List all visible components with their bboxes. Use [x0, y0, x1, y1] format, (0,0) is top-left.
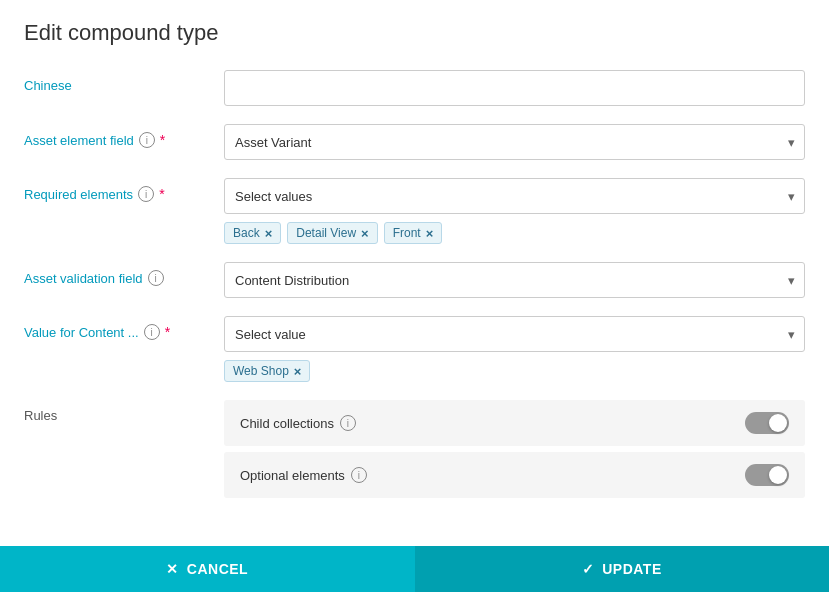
- asset-validation-select-wrapper: Content Distribution: [224, 262, 805, 298]
- page-title: Edit compound type: [24, 20, 805, 46]
- child-collections-toggle[interactable]: [745, 412, 789, 434]
- required-elements-select-wrapper: Select values: [224, 178, 805, 214]
- value-for-content-required: *: [165, 324, 170, 340]
- asset-element-label: Asset element field i *: [24, 124, 224, 148]
- rules-label: Rules: [24, 400, 224, 423]
- required-elements-tags: Back × Detail View × Front ×: [224, 222, 805, 244]
- asset-validation-info-icon[interactable]: i: [148, 270, 164, 286]
- child-collections-toggle-track: [745, 412, 789, 434]
- required-elements-select[interactable]: Select values: [224, 178, 805, 214]
- tag-web-shop-label: Web Shop: [233, 364, 289, 378]
- tag-front-label: Front: [393, 226, 421, 240]
- child-collections-rule: Child collections i: [224, 400, 805, 446]
- update-icon: ✓: [582, 561, 595, 577]
- chinese-input[interactable]: [224, 70, 805, 106]
- asset-element-row: Asset element field i * Asset Variant: [24, 124, 805, 160]
- optional-elements-toggle-track: [745, 464, 789, 486]
- child-collections-label: Child collections: [240, 416, 334, 431]
- asset-element-info-icon[interactable]: i: [139, 132, 155, 148]
- child-collections-toggle-thumb: [769, 414, 787, 432]
- value-for-content-select[interactable]: Select value: [224, 316, 805, 352]
- cancel-icon: ✕: [166, 561, 179, 577]
- tag-detail-view-remove[interactable]: ×: [361, 227, 369, 240]
- asset-element-select[interactable]: Asset Variant: [224, 124, 805, 160]
- optional-elements-rule: Optional elements i: [224, 452, 805, 498]
- asset-element-control: Asset Variant: [224, 124, 805, 160]
- chinese-control: [224, 70, 805, 106]
- tag-front-remove[interactable]: ×: [426, 227, 434, 240]
- content-area: Edit compound type Chinese Asset element…: [0, 0, 829, 546]
- asset-element-required: *: [160, 132, 165, 148]
- page-container: Edit compound type Chinese Asset element…: [0, 0, 829, 592]
- required-elements-control: Select values Back × Detail View × Front…: [224, 178, 805, 244]
- optional-elements-info-icon[interactable]: i: [351, 467, 367, 483]
- required-elements-row: Required elements i * Select values Back…: [24, 178, 805, 244]
- required-elements-label: Required elements i *: [24, 178, 224, 202]
- asset-validation-select[interactable]: Content Distribution: [224, 262, 805, 298]
- tag-back-label: Back: [233, 226, 260, 240]
- required-elements-required: *: [159, 186, 164, 202]
- rules-control: Child collections i Optional elements i: [224, 400, 805, 504]
- asset-validation-control: Content Distribution: [224, 262, 805, 298]
- update-label: UPDATE: [602, 561, 662, 577]
- tag-back: Back ×: [224, 222, 281, 244]
- tag-web-shop: Web Shop ×: [224, 360, 310, 382]
- value-for-content-tags: Web Shop ×: [224, 360, 805, 382]
- value-for-content-control: Select value Web Shop ×: [224, 316, 805, 382]
- optional-elements-left: Optional elements i: [240, 467, 367, 483]
- asset-element-select-wrapper: Asset Variant: [224, 124, 805, 160]
- tag-back-remove[interactable]: ×: [265, 227, 273, 240]
- cancel-label: CANCEL: [187, 561, 248, 577]
- tag-web-shop-remove[interactable]: ×: [294, 365, 302, 378]
- child-collections-left: Child collections i: [240, 415, 356, 431]
- rules-row: Rules Child collections i O: [24, 400, 805, 504]
- value-for-content-row: Value for Content ... i * Select value W…: [24, 316, 805, 382]
- child-collections-info-icon[interactable]: i: [340, 415, 356, 431]
- value-for-content-info-icon[interactable]: i: [144, 324, 160, 340]
- chinese-label: Chinese: [24, 70, 224, 93]
- tag-front: Front ×: [384, 222, 443, 244]
- update-button[interactable]: ✓ UPDATE: [415, 546, 830, 592]
- value-for-content-select-wrapper: Select value: [224, 316, 805, 352]
- cancel-button[interactable]: ✕ CANCEL: [0, 546, 415, 592]
- asset-validation-label: Asset validation field i: [24, 262, 224, 286]
- tag-detail-view: Detail View ×: [287, 222, 377, 244]
- optional-elements-label: Optional elements: [240, 468, 345, 483]
- required-elements-info-icon[interactable]: i: [138, 186, 154, 202]
- footer-buttons: ✕ CANCEL ✓ UPDATE: [0, 546, 829, 592]
- asset-validation-row: Asset validation field i Content Distrib…: [24, 262, 805, 298]
- chinese-row: Chinese: [24, 70, 805, 106]
- optional-elements-toggle[interactable]: [745, 464, 789, 486]
- value-for-content-label: Value for Content ... i *: [24, 316, 224, 340]
- tag-detail-view-label: Detail View: [296, 226, 356, 240]
- optional-elements-toggle-thumb: [769, 466, 787, 484]
